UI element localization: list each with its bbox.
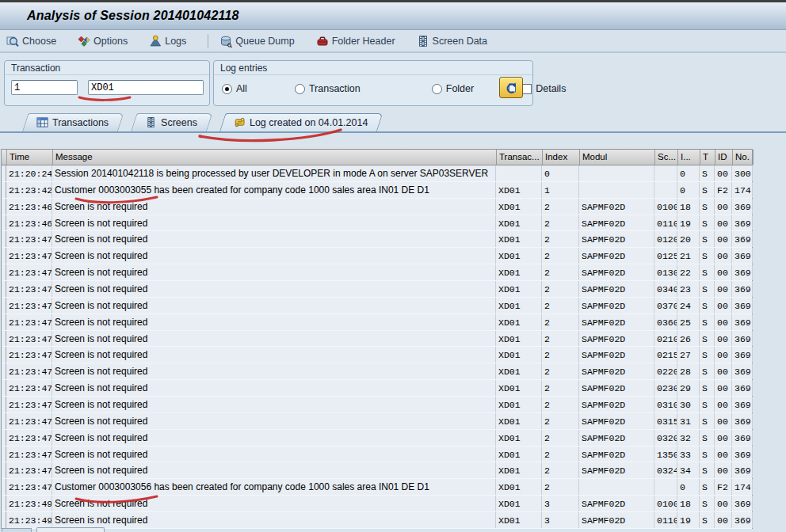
radio-all[interactable]: All — [222, 83, 247, 94]
table-cell: 21:23:47 — [6, 446, 52, 462]
table-cell: XD01 — [496, 331, 542, 347]
transaction-code-input[interactable] — [88, 80, 204, 95]
table-cell: SAPMF02D — [579, 446, 654, 462]
table-cell: 21:23:47 — [6, 248, 52, 264]
table-row[interactable]: 21:23:47Screen is not requiredXD012SAPMF… — [2, 264, 752, 281]
radio-all-control[interactable] — [222, 84, 232, 94]
tab-screens[interactable]: Screens — [131, 113, 207, 131]
table-cell: 29 — [677, 380, 700, 396]
column-header[interactable]: Message — [53, 150, 497, 165]
table-cell: 24 — [677, 298, 700, 314]
column-header[interactable]: Index — [543, 150, 580, 165]
table-cell: XD01 — [496, 231, 542, 247]
table-cell: S — [700, 413, 715, 429]
radio-folder-control[interactable] — [432, 84, 442, 94]
log-grid: TimeMessageTransac...IndexModulSc...I...… — [1, 149, 753, 529]
table-cell: SAPMF02D — [579, 496, 654, 511]
table-cell: Screen is not required — [52, 430, 496, 446]
radio-transaction-control[interactable] — [295, 84, 305, 94]
table-row[interactable]: 21:23:47Screen is not requiredXD012SAPMF… — [2, 314, 752, 331]
table-cell: 21:23:47 — [6, 413, 52, 429]
table-cell: S — [700, 462, 715, 478]
table-cell: 369 — [732, 264, 753, 280]
table-row[interactable]: 21:20:24Session 201401042118 is being pr… — [2, 165, 752, 182]
table-cell: 21:23:47 — [6, 363, 52, 379]
column-header[interactable]: Time — [7, 150, 53, 165]
table-cell: S — [700, 281, 715, 297]
table-cell: Screen is not required — [52, 215, 496, 231]
column-header[interactable]: ID — [715, 150, 733, 165]
log-grid-body: 21:20:24Session 201401042118 is being pr… — [2, 165, 752, 529]
choose-button[interactable]: Choose — [6, 35, 56, 48]
table-cell: SAPMF02D — [579, 462, 654, 478]
table-cell: 0 — [677, 182, 700, 198]
table-cell: 00 — [715, 397, 732, 412]
table-cell: 33 — [677, 446, 700, 462]
column-header[interactable]: T — [700, 150, 715, 165]
table-row[interactable]: 21:23:47Screen is not requiredXD012SAPMF… — [2, 298, 752, 314]
table-cell: 21:23:47 — [6, 430, 52, 446]
transaction-index-input[interactable] — [11, 80, 78, 95]
table-cell: Screen is not required — [52, 347, 496, 363]
table-row[interactable]: 21:23:49Screen is not requiredXD013SAPMF… — [2, 512, 752, 529]
scroll-icon — [234, 116, 246, 128]
column-header[interactable]: No. — [733, 150, 754, 165]
table-cell: 369 — [732, 231, 753, 247]
screen-data-button[interactable]: Screen Data — [417, 35, 487, 48]
table-row[interactable]: 21:23:47Screen is not requiredXD012SAPMF… — [2, 446, 752, 463]
refresh-button[interactable] — [499, 77, 523, 98]
table-cell: SAPMF02D — [579, 298, 654, 314]
table-cell — [579, 182, 654, 198]
column-header[interactable]: I... — [678, 150, 700, 165]
table-cell: Screen is not required — [52, 496, 496, 511]
details-checkbox-item[interactable]: Details — [521, 83, 566, 94]
table-row[interactable]: 21:23:47Screen is not requiredXD012SAPMF… — [2, 281, 752, 298]
column-header[interactable]: Transac... — [497, 150, 543, 165]
table-row[interactable]: 21:23:47Screen is not requiredXD012SAPMF… — [2, 347, 752, 363]
table-cell: XD01 — [496, 281, 542, 297]
column-header[interactable]: Modul — [580, 150, 655, 165]
table-cell: 19 — [677, 215, 700, 231]
table-row[interactable]: 21:23:47Screen is not requiredXD012SAPMF… — [2, 380, 752, 397]
table-row[interactable]: 21:23:47Screen is not requiredXD012SAPMF… — [2, 248, 752, 264]
horizontal-scrollbar-track[interactable] — [2, 528, 32, 532]
table-row[interactable]: 21:23:47Screen is not requiredXD012SAPMF… — [2, 413, 752, 430]
film-icon — [145, 116, 157, 128]
horizontal-scrollbar-thumb[interactable] — [36, 527, 105, 532]
table-cell: 0220 — [654, 363, 677, 379]
table-cell — [579, 165, 654, 181]
folder-header-button[interactable]: Folder Header — [316, 35, 395, 48]
table-row[interactable]: 21:23:47Screen is not requiredXD012SAPMF… — [2, 363, 752, 380]
table-cell: 2 — [542, 281, 579, 297]
radio-folder[interactable]: Folder — [432, 83, 474, 94]
radio-transaction[interactable]: Transaction — [295, 83, 361, 94]
table-row[interactable]: 21:23:47Screen is not requiredXD012SAPMF… — [2, 331, 752, 348]
table-row[interactable]: 21:23:47Screen is not requiredXD012SAPMF… — [2, 397, 752, 413]
table-row[interactable]: 21:23:47Screen is not requiredXD012SAPMF… — [2, 231, 752, 248]
table-row[interactable]: 21:23:47Customer 0003003056 has been cre… — [2, 479, 752, 496]
table-row[interactable]: 21:23:47Screen is not requiredXD012SAPMF… — [2, 430, 752, 446]
table-row[interactable]: 21:23:46Screen is not requiredXD012SAPMF… — [2, 215, 752, 232]
table-row[interactable]: 21:23:42Customer 0003003055 has been cre… — [2, 182, 752, 199]
table-cell: 2 — [542, 264, 579, 280]
table-cell: SAPMF02D — [579, 430, 654, 446]
column-header[interactable]: Sc... — [655, 150, 678, 165]
table-row[interactable]: 21:23:47Screen is not requiredXD012SAPMF… — [2, 462, 752, 479]
tab-transactions[interactable]: Transactions — [22, 113, 118, 131]
table-cell: S — [700, 231, 715, 247]
table-cell: Screen is not required — [52, 298, 496, 314]
table-cell: 2 — [542, 413, 579, 429]
table-cell: 1 — [542, 182, 579, 198]
options-button[interactable]: Options — [78, 35, 128, 48]
table-cell: 2 — [542, 215, 579, 231]
table-row[interactable]: 21:23:49Screen is not requiredXD013SAPMF… — [2, 496, 752, 512]
tab-log[interactable]: Log created on 04.01.2014 — [219, 113, 377, 131]
table-cell: 369 — [732, 496, 753, 511]
queue-dump-button[interactable]: Queue Dump — [219, 35, 294, 48]
table-cell: 0 — [542, 165, 579, 181]
table-cell: 0 — [677, 165, 700, 181]
logs-button[interactable]: Logs — [149, 35, 186, 48]
table-cell: 369 — [732, 363, 753, 379]
table-row[interactable]: 21:23:46Screen is not requiredXD012SAPMF… — [2, 199, 752, 215]
details-checkbox[interactable] — [521, 84, 532, 94]
